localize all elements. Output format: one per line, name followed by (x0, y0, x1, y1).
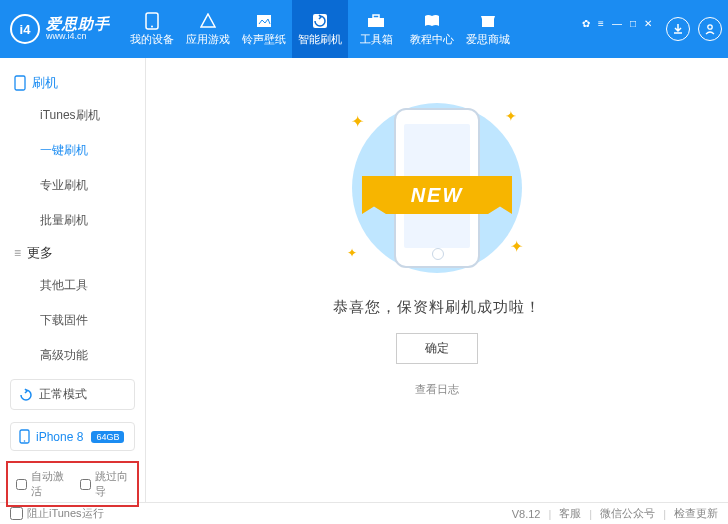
skin-icon[interactable]: ✿ (582, 18, 590, 29)
device-name: iPhone 8 (36, 430, 83, 444)
version-label: V8.12 (512, 508, 541, 520)
menu-icon[interactable]: ≡ (598, 18, 604, 29)
main-content: ✦ ✦ ✦ ✦ NEW 恭喜您，保资料刷机成功啦！ 确定 查看日志 (146, 58, 728, 502)
download-button[interactable] (666, 17, 690, 41)
nav-apps[interactable]: 应用游戏 (180, 0, 236, 58)
header-right: ✿ ≡ — □ ✕ (582, 12, 722, 47)
app-title: 爱思助手 (46, 16, 110, 33)
sidebar-item-other-tools[interactable]: 其他工具 (0, 268, 145, 303)
checkbox-auto-activate[interactable]: 自动激活 (16, 469, 66, 499)
top-nav: 我的设备 应用游戏 铃声壁纸 智能刷机 工具箱 教程中心 爱思商城 (124, 0, 516, 58)
sparkle-icon: ✦ (351, 112, 364, 131)
footer-service-link[interactable]: 客服 (559, 506, 581, 521)
sidebar-item-advanced[interactable]: 高级功能 (0, 338, 145, 373)
user-icon (704, 23, 716, 35)
device-indicator[interactable]: iPhone 8 64GB (10, 422, 135, 451)
user-button[interactable] (698, 17, 722, 41)
view-log-link[interactable]: 查看日志 (415, 382, 459, 397)
sidebar-item-download-firmware[interactable]: 下载固件 (0, 303, 145, 338)
logo-icon: i4 (10, 14, 40, 44)
svg-point-10 (24, 440, 26, 442)
minimize-icon[interactable]: — (612, 18, 622, 29)
svg-rect-8 (15, 76, 25, 90)
sparkle-icon: ✦ (347, 246, 357, 260)
device-capacity-badge: 64GB (91, 431, 124, 443)
mode-indicator[interactable]: 正常模式 (10, 379, 135, 410)
success-illustration: ✦ ✦ ✦ ✦ NEW (327, 98, 547, 278)
app-header: i4 爱思助手 www.i4.cn 我的设备 应用游戏 铃声壁纸 智能刷机 工具… (0, 0, 728, 58)
apps-icon (199, 12, 217, 30)
app-url: www.i4.cn (46, 32, 110, 42)
svg-rect-5 (373, 15, 379, 18)
checkbox-block-itunes[interactable]: 阻止iTunes运行 (10, 506, 104, 521)
sidebar-section-flash[interactable]: 刷机 (0, 68, 145, 98)
sidebar-section-more[interactable]: ≡ 更多 (0, 238, 145, 268)
svg-rect-6 (482, 19, 494, 27)
ok-button[interactable]: 确定 (396, 333, 478, 364)
toolbox-icon (367, 12, 385, 30)
logo: i4 爱思助手 www.i4.cn (10, 14, 110, 44)
phone-icon (143, 12, 161, 30)
book-icon (423, 12, 441, 30)
flash-icon (311, 12, 329, 30)
svg-point-1 (151, 25, 153, 27)
close-icon[interactable]: ✕ (644, 18, 652, 29)
maximize-icon[interactable]: □ (630, 18, 636, 29)
sidebar-item-oneclick-flash[interactable]: 一键刷机 (0, 133, 145, 168)
svg-point-7 (708, 25, 712, 29)
refresh-icon (19, 388, 33, 402)
nav-store[interactable]: 爱思商城 (460, 0, 516, 58)
footer-wechat-link[interactable]: 微信公众号 (600, 506, 655, 521)
window-controls: ✿ ≡ — □ ✕ (582, 12, 652, 29)
phone-small-icon (14, 75, 26, 91)
success-message: 恭喜您，保资料刷机成功啦！ (333, 298, 541, 317)
nav-tutorials[interactable]: 教程中心 (404, 0, 460, 58)
more-icon: ≡ (14, 246, 21, 260)
sidebar-item-pro-flash[interactable]: 专业刷机 (0, 168, 145, 203)
sparkle-icon: ✦ (505, 108, 517, 124)
sidebar: 刷机 iTunes刷机 一键刷机 专业刷机 批量刷机 ≡ 更多 其他工具 下载固… (0, 58, 146, 502)
nav-toolbox[interactable]: 工具箱 (348, 0, 404, 58)
nav-ringtones[interactable]: 铃声壁纸 (236, 0, 292, 58)
new-ribbon: NEW (362, 176, 512, 214)
store-icon (479, 12, 497, 30)
sidebar-item-itunes-flash[interactable]: iTunes刷机 (0, 98, 145, 133)
sidebar-item-batch-flash[interactable]: 批量刷机 (0, 203, 145, 238)
nav-flash[interactable]: 智能刷机 (292, 0, 348, 58)
wallpaper-icon (255, 12, 273, 30)
checkbox-skip-guide[interactable]: 跳过向导 (80, 469, 130, 499)
svg-rect-4 (368, 18, 384, 27)
download-icon (672, 23, 684, 35)
footer-update-link[interactable]: 检查更新 (674, 506, 718, 521)
highlighted-options: 自动激活 跳过向导 (6, 461, 139, 507)
sparkle-icon: ✦ (510, 237, 523, 256)
nav-my-device[interactable]: 我的设备 (124, 0, 180, 58)
device-icon (19, 429, 30, 444)
